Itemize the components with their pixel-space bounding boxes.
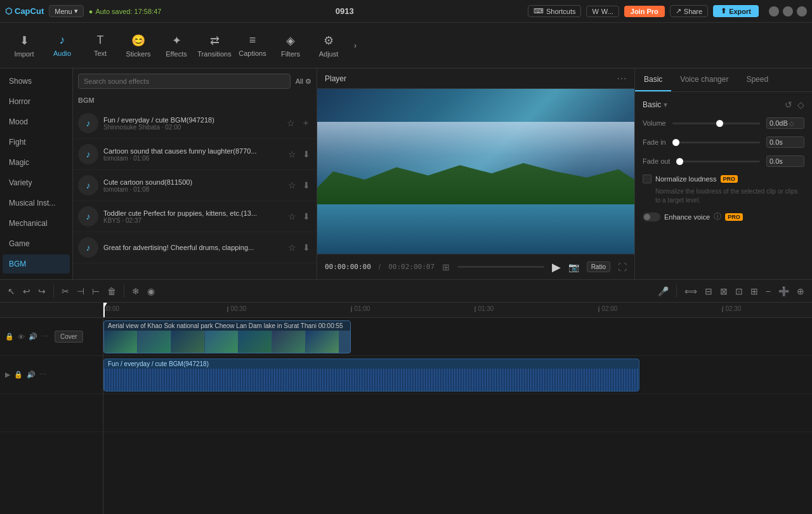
clip-connect-button[interactable]: ⟺	[682, 284, 700, 299]
redo-button[interactable]: ↪	[36, 284, 48, 299]
zoom-out-button[interactable]: −	[763, 284, 773, 299]
audio-clip[interactable]: Fun / everyday / cute BGM(947218)	[103, 359, 639, 392]
toolbar-filters[interactable]: ◈ Filters	[272, 25, 310, 66]
search-input[interactable]	[78, 74, 291, 89]
delete-button[interactable]: 🗑	[105, 284, 119, 299]
enhance-voice-toggle[interactable]	[643, 213, 660, 221]
download-button-2[interactable]: ⬇	[301, 148, 311, 161]
favorite-button-4[interactable]: ☆	[287, 210, 298, 223]
sound-item-2[interactable]: ♪ Cartoon sound that causes funny laught…	[73, 139, 317, 170]
snapshot-button[interactable]: 📷	[568, 262, 579, 272]
sound-item-5[interactable]: ♪ Great for advertising! Cheerful drums,…	[73, 232, 317, 263]
player-progress-bar[interactable]	[457, 266, 544, 268]
sidebar-item-musical[interactable]: Musical Inst...	[3, 194, 70, 213]
lock-icon[interactable]: 🔒	[5, 333, 14, 341]
ratio-button[interactable]: Ratio	[587, 261, 610, 272]
fullscreen-button[interactable]: ⛶	[618, 262, 627, 272]
fade-out-slider-thumb[interactable]	[676, 158, 683, 165]
add-button-1[interactable]: ＋	[300, 116, 311, 130]
undo-button[interactable]: ↩	[20, 284, 33, 299]
lock-icon-audio[interactable]: 🔒	[14, 371, 23, 379]
tab-voice-changer[interactable]: Voice changer	[671, 69, 737, 91]
clip-freeze-button[interactable]: ⊞	[748, 284, 761, 299]
playhead[interactable]	[103, 303, 105, 317]
toolbar-text[interactable]: T Text	[81, 25, 119, 66]
sidebar-item-mechanical[interactable]: Mechanical	[3, 214, 70, 233]
diamond-button[interactable]: ◇	[797, 100, 804, 110]
tab-basic[interactable]: Basic	[635, 69, 671, 91]
sidebar-item-horror[interactable]: Horror	[3, 92, 70, 111]
sidebar-item-magic[interactable]: Magic	[3, 153, 70, 172]
eye-icon[interactable]: 👁	[18, 333, 25, 341]
trim-right-button[interactable]: ⊢	[89, 284, 102, 299]
volume-keyframe-icon[interactable]: ◇	[789, 120, 794, 127]
more-icon[interactable]: ⋯	[41, 333, 48, 341]
normalize-checkbox[interactable]	[643, 175, 652, 183]
sidebar-item-bgm[interactable]: BGM	[3, 254, 70, 273]
sidebar-item-variety[interactable]: Variety	[3, 173, 70, 192]
share-button[interactable]: ↗ Share	[670, 5, 708, 17]
sound-name-4: Toddler cute Perfect for puppies, kitten…	[103, 209, 282, 217]
player-menu-button[interactable]: ⋯	[617, 72, 627, 84]
toolbar-audio[interactable]: ♪ Audio	[43, 25, 81, 66]
toolbar-more[interactable]: ›	[348, 25, 363, 66]
maximize-button[interactable]	[783, 6, 793, 16]
volume-slider-thumb[interactable]	[716, 120, 723, 127]
download-button-4[interactable]: ⬇	[301, 210, 311, 223]
clip-merge-button[interactable]: ⊟	[702, 284, 715, 299]
download-button-5[interactable]: ⬇	[301, 241, 311, 254]
cover-button[interactable]: Cover	[55, 331, 83, 343]
sidebar-item-game[interactable]: Game	[3, 234, 70, 253]
all-filter-button[interactable]: All ⚙	[296, 77, 311, 86]
tab-speed[interactable]: Speed	[737, 69, 777, 91]
trim-left-button[interactable]: ⊣	[74, 284, 87, 299]
volume-icon[interactable]: 🔊	[29, 333, 37, 341]
minimize-button[interactable]	[769, 6, 779, 16]
mask-button[interactable]: ◉	[145, 284, 157, 299]
mic-button[interactable]: 🎤	[655, 284, 671, 299]
sound-item-3[interactable]: ♪ Cute cartoon sound(811500) tomotam · 0…	[73, 170, 317, 201]
zoom-in-button[interactable]: ➕	[776, 284, 792, 299]
reset-button[interactable]: ↺	[785, 100, 792, 110]
joinpro-button[interactable]: Join Pro	[624, 6, 665, 17]
toolbar-transitions[interactable]: ⇄ Transitions	[195, 25, 233, 66]
export-button[interactable]: ⬆ Export	[713, 5, 759, 17]
download-button-3[interactable]: ⬇	[301, 179, 311, 192]
favorite-button-1[interactable]: ☆	[285, 116, 296, 130]
menu-button[interactable]: Menu ▾	[49, 5, 84, 17]
shortcuts-button[interactable]: ⌨ Shortcuts	[528, 5, 581, 17]
favorite-button-5[interactable]: ☆	[287, 241, 298, 254]
close-button[interactable]	[797, 6, 807, 16]
fit-button[interactable]: ⊕	[794, 284, 807, 299]
clip-split-button[interactable]: ⊠	[717, 284, 730, 299]
split-button[interactable]: ✂	[59, 284, 72, 299]
freeze-button[interactable]: ❄	[129, 284, 142, 299]
play-icon[interactable]: ▶	[5, 371, 10, 379]
sidebar-item-fight[interactable]: Fight	[3, 133, 70, 152]
workspace-button[interactable]: W W...	[586, 6, 619, 17]
more-icon-audio[interactable]: ⋯	[39, 371, 46, 379]
toolbar-import[interactable]: ⬇ Import	[5, 25, 43, 66]
volume-icon-audio[interactable]: 🔊	[27, 371, 36, 379]
sound-item-4[interactable]: ♪ Toddler cute Perfect for puppies, kitt…	[73, 201, 317, 232]
sidebar-item-shows[interactable]: Shows	[3, 72, 70, 91]
select-tool-button[interactable]: ↖	[5, 284, 18, 299]
grid-view-button[interactable]: ⊞	[442, 262, 450, 272]
sidebar-item-mood[interactable]: Mood	[3, 112, 70, 131]
toolbar-captions[interactable]: ≡ Captions	[233, 25, 272, 66]
fade-in-slider-thumb[interactable]	[672, 139, 679, 146]
clip-trim-button[interactable]: ⊡	[733, 284, 745, 299]
toolbar-stickers[interactable]: 😊 Stickers	[119, 25, 157, 66]
favorite-button-3[interactable]: ☆	[287, 179, 298, 192]
fade-in-slider[interactable]	[672, 142, 760, 143]
play-button[interactable]: ▶	[552, 260, 561, 274]
volume-slider[interactable]	[672, 122, 760, 124]
video-clip[interactable]: Aerial view of Khao Sok national park Ch…	[103, 320, 351, 353]
timeline-track-area[interactable]: 00:00 | 00:30 | 01:00 | 01:30 | 02:00 | …	[103, 303, 812, 514]
favorite-button-2[interactable]: ☆	[287, 148, 298, 161]
sound-item-1[interactable]: ♪ Fun / everyday / cute BGM(947218) Shin…	[73, 108, 317, 139]
pro-badge-enhance: PRO	[725, 213, 743, 221]
toolbar-adjust[interactable]: ⚙ Adjust	[310, 25, 348, 66]
toolbar-effects[interactable]: ✦ Effects	[157, 25, 195, 66]
fade-out-slider[interactable]	[676, 161, 760, 162]
